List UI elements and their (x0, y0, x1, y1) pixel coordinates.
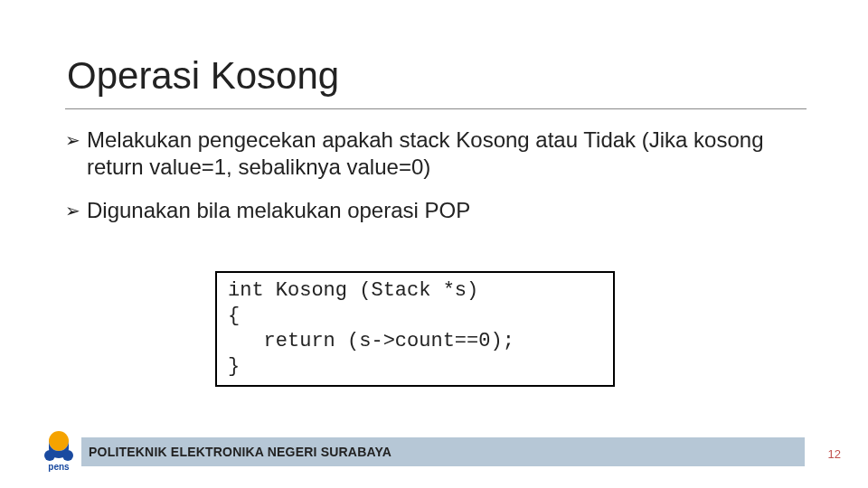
svg-point-1 (44, 450, 55, 461)
footer-text: POLITEKNIK ELEKTRONIKA NEGERI SURABAYA (89, 445, 392, 459)
bullet-list: ➢ Melakukan pengecekan apakah stack Koso… (65, 127, 807, 240)
code-content: int Kosong (Stack *s) { return (s->count… (228, 278, 602, 380)
institution-logo: pens (34, 425, 83, 474)
footer-bar: POLITEKNIK ELEKTRONIKA NEGERI SURABAYA (81, 437, 805, 466)
code-block: int Kosong (Stack *s) { return (s->count… (215, 271, 615, 387)
bullet-marker-icon: ➢ (65, 197, 87, 224)
svg-point-2 (62, 450, 73, 461)
slide-title: Operasi Kosong (67, 54, 339, 98)
svg-point-0 (49, 431, 69, 451)
bullet-text: Digunakan bila melakukan operasi POP (87, 197, 470, 224)
logo-text: pens (48, 462, 70, 472)
list-item: ➢ Melakukan pengecekan apakah stack Koso… (65, 127, 807, 181)
title-underline (65, 108, 807, 109)
pens-logo-icon: pens (34, 425, 83, 474)
slide: Operasi Kosong ➢ Melakukan pengecekan ap… (0, 0, 868, 488)
page-number: 12 (828, 447, 841, 461)
bullet-marker-icon: ➢ (65, 127, 87, 154)
list-item: ➢ Digunakan bila melakukan operasi POP (65, 197, 807, 224)
bullet-text: Melakukan pengecekan apakah stack Kosong… (87, 127, 807, 181)
